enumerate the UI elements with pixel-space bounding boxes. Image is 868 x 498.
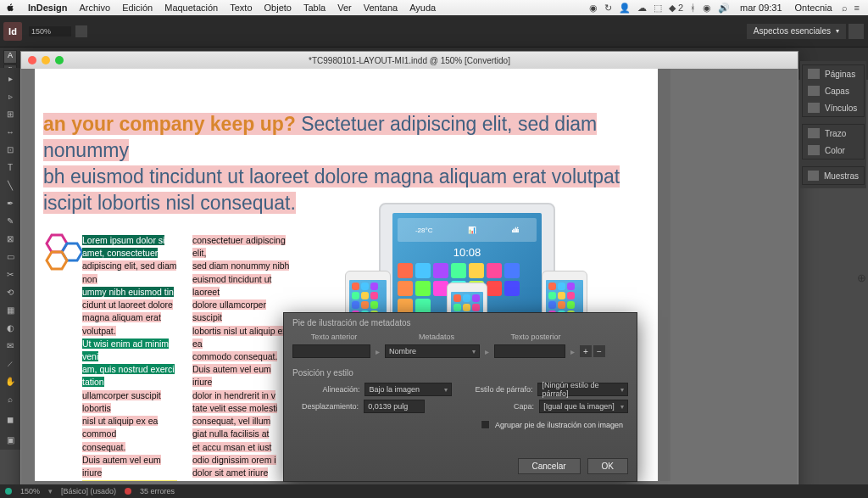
- scissors-tool[interactable]: ✂: [1, 266, 19, 283]
- pen-tool[interactable]: ✒: [1, 194, 19, 211]
- content-collector-tool[interactable]: ⊡: [1, 141, 19, 158]
- panel-stroke[interactable]: Trazo: [803, 125, 864, 142]
- status-profile[interactable]: [Básico] (usado): [61, 487, 116, 495]
- zoom-level-field[interactable]: 150%: [29, 26, 71, 36]
- gap-tool[interactable]: ↔: [1, 123, 19, 140]
- apple-logo-icon[interactable]: [5, 3, 15, 13]
- panel-links[interactable]: Vínculos: [803, 99, 864, 116]
- status-bar: 150% ▾ [Básico] (usado) 35 errores: [0, 484, 868, 498]
- alignment-dropdown[interactable]: Bajo la imagen: [364, 383, 452, 396]
- offset-label: Desplazamiento:: [292, 402, 359, 411]
- layer-dropdown[interactable]: [Igual que la imagen]: [539, 400, 628, 413]
- user-menu[interactable]: Ontecnia: [789, 3, 838, 13]
- sync-icon[interactable]: ↻: [604, 3, 612, 14]
- spotlight-icon[interactable]: ⌕: [842, 3, 848, 13]
- zoom-in-icon[interactable]: ⊕: [857, 271, 866, 284]
- hexagon-graphic[interactable]: [40, 232, 87, 281]
- eyedropper-tool[interactable]: ⟋: [1, 355, 19, 372]
- menu-maquetacion[interactable]: Maquetación: [159, 3, 224, 13]
- rectangle-frame-tool[interactable]: ⊠: [1, 230, 19, 247]
- stroke-icon: [808, 128, 820, 138]
- status-zoom[interactable]: 150%: [20, 487, 40, 495]
- ok-button[interactable]: OK: [587, 458, 628, 474]
- group-caption-label: Agrupar pie de ilustración con imagen: [495, 421, 623, 429]
- offset-input[interactable]: 0,0139 pulg: [364, 400, 424, 413]
- cancel-button[interactable]: Cancelar: [518, 458, 581, 474]
- app-name-menu[interactable]: InDesign: [22, 3, 73, 13]
- panel-swatches[interactable]: Muestras: [803, 167, 864, 184]
- dropbox-icon[interactable]: ⬚: [654, 3, 662, 14]
- panel-pages[interactable]: Páginas: [803, 65, 864, 82]
- line-tool[interactable]: ╲: [1, 176, 19, 193]
- header-metadata: Metadatos: [386, 333, 487, 341]
- zoom-dropdown-icon[interactable]: [75, 25, 87, 37]
- gradient-feather-tool[interactable]: ◐: [1, 319, 19, 336]
- app-badge-icon: Id: [3, 22, 22, 41]
- metadata-dropdown[interactable]: Nombre: [385, 344, 480, 358]
- alignment-label: Alineación:: [292, 385, 359, 394]
- add-row-btn[interactable]: +: [580, 345, 592, 357]
- selection-tool[interactable]: ▸: [1, 70, 19, 87]
- panels-dock: Páginas Capas Vínculos Trazo Color Muest…: [800, 61, 866, 188]
- links-icon: [808, 103, 820, 113]
- rectangle-tool[interactable]: ▭: [1, 248, 19, 265]
- body-column-1[interactable]: Lorem ipsum dolor si amet, consectetuer …: [82, 234, 182, 481]
- dialog-section-metadata: Pie de ilustración de metadatos: [292, 318, 637, 327]
- free-transform-tool[interactable]: ⟲: [1, 283, 19, 300]
- menu-ayuda[interactable]: Ayuda: [403, 3, 442, 13]
- menu-tabla[interactable]: Tabla: [298, 3, 331, 13]
- volume-icon[interactable]: 🔊: [718, 3, 730, 14]
- caption-setup-dialog: Pie de ilustración de metadatos Texto an…: [283, 312, 637, 482]
- menu-objeto[interactable]: Objeto: [259, 3, 298, 13]
- header-text-before: Texto anterior: [292, 333, 376, 341]
- bluetooth-icon[interactable]: ᚼ: [690, 3, 696, 13]
- control-strip: Id 150% Aspectos esenciales ▾: [0, 15, 868, 48]
- view-mode-btn[interactable]: ▣: [1, 431, 19, 448]
- document-title: *TC9980101-LAYOUT-MI1.indd @ 150% [Conve…: [21, 56, 798, 65]
- fill-stroke-swatch[interactable]: ◼: [1, 408, 19, 430]
- gradient-tool[interactable]: ▦: [1, 301, 19, 318]
- panel-color[interactable]: Color: [803, 142, 864, 159]
- text-after-input[interactable]: [494, 344, 565, 358]
- headline-text[interactable]: an your company keep up? Sectetuer adipi…: [35, 69, 658, 216]
- dialog-section-position: Posición y estilo: [292, 368, 637, 378]
- remove-row-btn[interactable]: −: [593, 345, 605, 357]
- document-titlebar: *TC9980101-LAYOUT-MI1.indd @ 150% [Conve…: [21, 52, 798, 69]
- clock[interactable]: mar 09:31: [740, 3, 782, 13]
- note-tool[interactable]: ✉: [1, 337, 19, 354]
- zoom-tool[interactable]: ⌕: [1, 390, 19, 407]
- text-before-input[interactable]: [292, 344, 370, 358]
- paragraph-style-dropdown[interactable]: [Ningún estilo de párrafo]: [537, 383, 628, 396]
- wifi-icon[interactable]: ◉: [703, 3, 711, 14]
- layers-icon: [808, 86, 820, 96]
- preflight-ok-icon: [5, 488, 12, 495]
- type-tool[interactable]: T: [1, 159, 19, 176]
- search-icon[interactable]: [849, 24, 864, 39]
- vertical-scrollbar[interactable]: [659, 69, 670, 481]
- status-errors[interactable]: 35 errores: [140, 487, 175, 495]
- shield-icon[interactable]: ◆ 2: [669, 3, 683, 14]
- body-column-2[interactable]: consectetuer adipiscing elit, sed diam n…: [192, 234, 292, 479]
- tools-panel: ▸ ▹ ⊞ ↔ ⊡ T ╲ ✒ ✎ ⊠ ▭ ✂ ⟲ ▦ ◐ ✉ ⟋ ✋ ⌕ ◼ …: [0, 68, 20, 450]
- page-tool[interactable]: ⊞: [1, 105, 19, 122]
- panel-layers[interactable]: Capas: [803, 82, 864, 99]
- pencil-tool[interactable]: ✎: [1, 212, 19, 229]
- paragraph-style-label: Estilo de párrafo:: [462, 385, 532, 394]
- menu-texto[interactable]: Texto: [224, 3, 258, 13]
- status-icon: ◉: [589, 3, 598, 14]
- menu-ver[interactable]: Ver: [331, 3, 358, 13]
- layer-label: Capa:: [465, 402, 534, 411]
- direct-selection-tool[interactable]: ▹: [1, 87, 19, 104]
- cloud-icon[interactable]: ☁: [637, 3, 647, 14]
- notification-icon[interactable]: ≡: [854, 3, 860, 13]
- hand-tool[interactable]: ✋: [1, 372, 19, 389]
- svg-marker-2: [47, 252, 67, 269]
- group-caption-checkbox[interactable]: [481, 420, 490, 429]
- menu-archivo[interactable]: Archivo: [73, 3, 116, 13]
- menu-ventana[interactable]: Ventana: [358, 3, 403, 13]
- workspace-dropdown[interactable]: Aspectos esenciales ▾: [747, 24, 846, 39]
- user-icon[interactable]: 👤: [619, 3, 631, 14]
- error-indicator-icon: [125, 488, 131, 495]
- char-formatting-mode[interactable]: A: [3, 50, 17, 64]
- menu-edicion[interactable]: Edición: [116, 3, 159, 13]
